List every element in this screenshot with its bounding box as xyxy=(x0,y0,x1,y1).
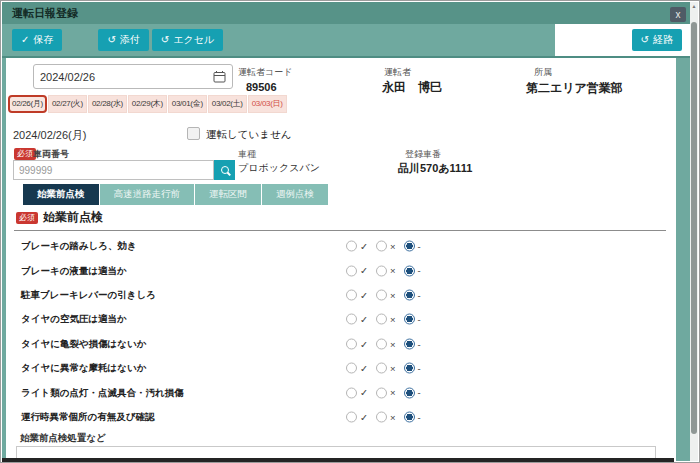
scroll-up-icon[interactable]: ▲ xyxy=(690,4,698,9)
radio-circle[interactable] xyxy=(376,363,387,374)
radio-option[interactable]: - xyxy=(404,338,421,349)
radio-circle[interactable] xyxy=(346,314,357,325)
radio-option[interactable]: ✓ xyxy=(346,314,368,325)
radio-option[interactable]: - xyxy=(404,241,421,252)
route-button[interactable]: ↺ 経路 xyxy=(632,29,682,51)
radio-circle[interactable] xyxy=(376,241,387,252)
route-panel: ↺ 経路 xyxy=(555,24,690,58)
radio-option[interactable]: - xyxy=(404,289,421,300)
refresh-icon: ↺ xyxy=(641,35,649,45)
modal-window: 運転日報登録 x ✓ 保存 ↺ 添付 ↺ エクセル ↺ xyxy=(2,2,698,461)
radio-circle[interactable] xyxy=(346,363,357,374)
tab-item[interactable]: 運転区間 xyxy=(195,184,261,205)
inspection-list: ブレーキの踏みしろ、効き✓×-ブレーキの液量は適当か✓×-駐車ブレーキレバーの引… xyxy=(16,234,666,429)
date-tab[interactable]: 02/29(木) xyxy=(128,95,167,113)
date-tab[interactable]: 02/26(月) xyxy=(8,95,47,113)
scrollbar-thumb[interactable] xyxy=(691,22,697,434)
radio-group: ✓×- xyxy=(346,338,429,349)
radio-label: ✓ xyxy=(360,339,368,349)
radio-label: ✓ xyxy=(360,388,368,398)
radio-option[interactable]: × xyxy=(376,411,396,422)
radio-circle[interactable] xyxy=(376,289,387,300)
radio-option[interactable]: × xyxy=(376,241,396,252)
save-button-label: 保存 xyxy=(33,33,53,47)
radio-option[interactable]: ✓ xyxy=(346,338,368,349)
date-tab[interactable]: 03/03(日) xyxy=(248,95,287,113)
date-tab[interactable]: 02/27(火) xyxy=(48,95,87,113)
radio-option[interactable]: - xyxy=(404,265,421,276)
attach-button[interactable]: ↺ 添付 xyxy=(98,29,148,51)
radio-option[interactable]: × xyxy=(376,314,396,325)
radio-circle[interactable] xyxy=(376,411,387,422)
radio-label: - xyxy=(418,290,421,300)
vertical-scrollbar[interactable]: ▲ xyxy=(690,2,698,461)
radio-option[interactable]: ✓ xyxy=(346,241,368,252)
tab-active[interactable]: 始業前点検 xyxy=(23,184,99,205)
radio-circle[interactable] xyxy=(404,363,415,374)
save-button[interactable]: ✓ 保存 xyxy=(12,29,62,51)
radio-circle[interactable] xyxy=(404,314,415,325)
close-button[interactable]: x xyxy=(670,7,686,22)
radio-circle[interactable] xyxy=(376,387,387,398)
radio-option[interactable]: ✓ xyxy=(346,411,368,422)
radio-label: - xyxy=(418,315,421,325)
excel-button[interactable]: ↺ エクセル xyxy=(152,29,223,51)
vehicle-number-field xyxy=(13,160,214,180)
radio-circle[interactable] xyxy=(404,338,415,349)
radio-circle[interactable] xyxy=(346,411,357,422)
date-tab[interactable]: 03/02(土) xyxy=(208,95,247,113)
radio-label: × xyxy=(390,290,396,300)
vehicle-search-button[interactable] xyxy=(214,160,235,180)
radio-circle[interactable] xyxy=(404,241,415,252)
inspection-row: 駐車ブレーキレバーの引きしろ✓×- xyxy=(16,283,666,307)
inspection-row: ブレーキの液量は適当か✓×- xyxy=(16,258,666,282)
inspection-tab-bar: 始業前点検高速道路走行前運転区間週例点検 xyxy=(23,184,328,205)
titlebar: 運転日報登録 xyxy=(2,2,690,24)
radio-option[interactable]: ✓ xyxy=(346,289,368,300)
radio-circle[interactable] xyxy=(376,265,387,276)
radio-circle[interactable] xyxy=(346,338,357,349)
radio-option[interactable]: ✓ xyxy=(346,265,368,276)
tab-item[interactable]: 高速道路走行前 xyxy=(100,184,195,205)
radio-circle[interactable] xyxy=(346,265,357,276)
radio-label: × xyxy=(390,266,396,276)
radio-circle[interactable] xyxy=(346,387,357,398)
radio-group: ✓×- xyxy=(346,411,429,422)
radio-circle[interactable] xyxy=(404,265,415,276)
radio-circle[interactable] xyxy=(404,387,415,398)
radio-option[interactable]: × xyxy=(376,387,396,398)
radio-option[interactable]: × xyxy=(376,289,396,300)
date-tab[interactable]: 03/01(金) xyxy=(168,95,207,113)
radio-circle[interactable] xyxy=(404,411,415,422)
radio-circle[interactable] xyxy=(346,289,357,300)
vehicle-number-input[interactable] xyxy=(19,165,208,176)
date-tab[interactable]: 02/28(水) xyxy=(88,95,127,113)
tab-item[interactable]: 週例点検 xyxy=(262,184,328,205)
radio-circle[interactable] xyxy=(376,314,387,325)
radio-option[interactable]: - xyxy=(404,387,421,398)
radio-option[interactable]: - xyxy=(404,363,421,374)
radio-option[interactable]: - xyxy=(404,314,421,325)
radio-option[interactable]: - xyxy=(404,411,421,422)
not-driving-checkbox[interactable] xyxy=(187,127,200,140)
radio-option[interactable]: × xyxy=(376,338,396,349)
inspection-row: 運行時異常個所の有無及び確認✓×- xyxy=(16,405,666,429)
driver-name-value: 永田 博巳 xyxy=(382,79,442,96)
inspection-item-label: 運行時異常個所の有無及び確認 xyxy=(21,410,154,423)
inspection-section-header: 必須 始業前点検 xyxy=(16,209,103,226)
radio-label: × xyxy=(390,241,396,251)
radio-label: ✓ xyxy=(360,290,368,300)
radio-option[interactable]: ✓ xyxy=(346,387,368,398)
report-date-input[interactable] xyxy=(40,71,213,83)
radio-circle[interactable] xyxy=(404,289,415,300)
radio-label: ✓ xyxy=(360,412,368,422)
radio-option[interactable]: × xyxy=(376,265,396,276)
route-button-label: 経路 xyxy=(653,33,673,47)
radio-group: ✓×- xyxy=(346,387,429,398)
radio-option[interactable]: × xyxy=(376,363,396,374)
radio-circle[interactable] xyxy=(376,338,387,349)
calendar-icon[interactable] xyxy=(213,70,226,83)
inspection-row: タイヤに亀裂や損傷はないか✓×- xyxy=(16,332,666,356)
radio-option[interactable]: ✓ xyxy=(346,363,368,374)
radio-circle[interactable] xyxy=(346,241,357,252)
